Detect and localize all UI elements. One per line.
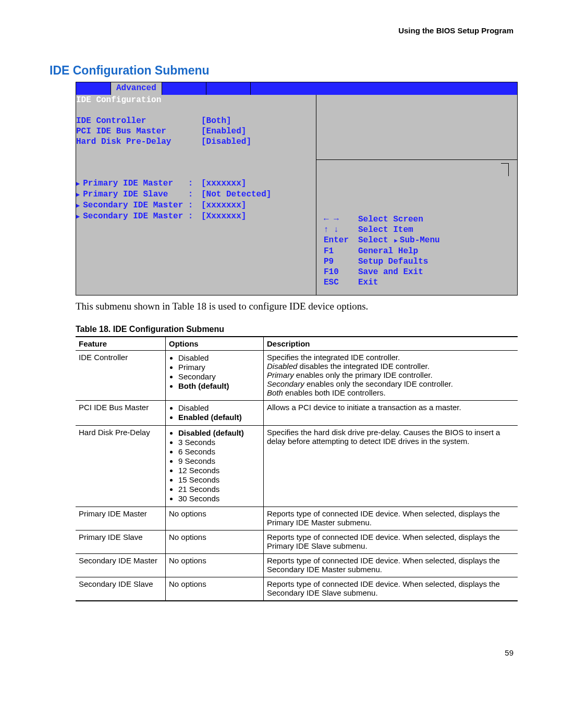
table-row: Secondary IDE MasterNo optionsReports ty…: [76, 554, 518, 577]
bios-help-row: F10Save and Exit: [324, 267, 512, 277]
section-title: IDE Configuration Submenu: [50, 64, 513, 78]
bios-screen: Advanced IDE Configuration IDE Controlle…: [76, 82, 518, 295]
bios-setting-row[interactable]: IDE Controller[Both]: [76, 116, 316, 126]
bios-help-row: P9Setup Defaults: [324, 256, 512, 267]
bios-help-row: ↑ ↓Select Item: [324, 225, 512, 235]
bios-tab-advanced[interactable]: Advanced: [111, 82, 162, 95]
bios-drive-row[interactable]: Secondary IDE Master :[xxxxxxx]: [76, 200, 316, 211]
table-title: Table 18. IDE Configuration Submenu: [76, 325, 513, 334]
table-row: Secondary IDE SlaveNo optionsReports typ…: [76, 577, 518, 601]
bios-panel-title: IDE Configuration: [76, 95, 316, 105]
col-feature: Feature: [76, 337, 166, 351]
caption-text: This submenu shown in Table 18 is used t…: [76, 301, 513, 312]
bios-help-row: F1General Help: [324, 246, 512, 256]
bios-drive-row[interactable]: Secondary IDE Master :[Xxxxxxx]: [76, 211, 316, 222]
bios-setting-row[interactable]: Hard Disk Pre-Delay[Disabled]: [76, 137, 316, 147]
doc-header: Using the BIOS Setup Program: [50, 26, 513, 35]
bios-help-row: ESCExit: [324, 277, 512, 288]
col-description: Description: [264, 337, 518, 351]
bios-help-panel: ← →Select Screen↑ ↓Select ItemEnterSelec…: [316, 212, 517, 295]
table-row: Primary IDE SlaveNo optionsReports type …: [76, 530, 518, 554]
bios-setting-row[interactable]: PCI IDE Bus Master[Enabled]: [76, 126, 316, 137]
table-row: PCI IDE Bus MasterDisabledEnabled (defau…: [76, 401, 518, 426]
bios-help-row: EnterSelect Sub-Menu: [324, 235, 512, 246]
table-row: IDE ControllerDisabledPrimarySecondaryBo…: [76, 351, 518, 401]
table-row: Hard Disk Pre-DelayDisabled (default)3 S…: [76, 426, 518, 507]
bios-help-row: ← →Select Screen: [324, 214, 512, 225]
page-number: 59: [50, 648, 513, 657]
col-options: Options: [166, 337, 264, 351]
table-row: Primary IDE MasterNo optionsReports type…: [76, 507, 518, 530]
config-table: Feature Options Description IDE Controll…: [76, 336, 518, 601]
bios-drive-row[interactable]: Primary IDE Master :[xxxxxxx]: [76, 178, 316, 189]
bios-drive-row[interactable]: Primary IDE Slave :[Not Detected]: [76, 189, 316, 200]
